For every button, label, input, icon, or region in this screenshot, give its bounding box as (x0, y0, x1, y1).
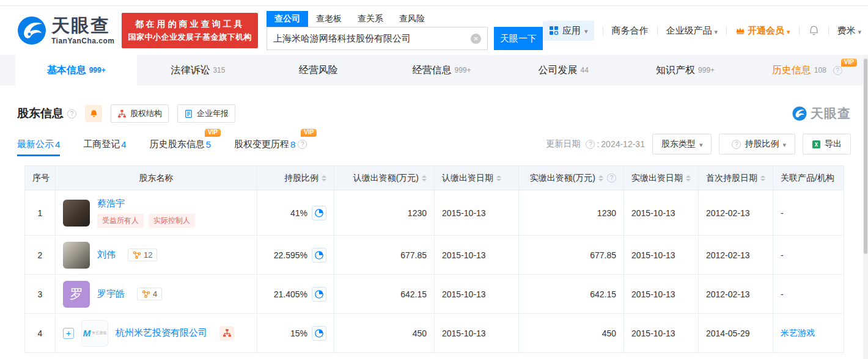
clear-icon[interactable] (471, 34, 481, 44)
subtab-historical-shareholders[interactable]: VIP 历史股东信息 5 (150, 134, 211, 155)
network-icon (133, 251, 141, 259)
col-first-holding-date[interactable]: 首次持股日期 (699, 166, 773, 190)
divider (657, 26, 658, 35)
subscribe-bell-button[interactable] (85, 105, 102, 122)
annual-report-button[interactable]: 企业年报 (177, 104, 235, 123)
pie-chart-icon[interactable] (312, 326, 326, 341)
shareholder-name-link[interactable]: 罗宇皓 (97, 288, 125, 300)
pie-chart-icon[interactable] (312, 206, 326, 220)
shareholder-name-link[interactable]: 刘伟 (97, 249, 116, 261)
subtab-business-registration[interactable]: 工商登记 4 (83, 134, 126, 155)
enterprise-label: 企业级产品 (666, 25, 712, 37)
subscribed-amount: 642.15 (334, 275, 435, 314)
help-icon[interactable] (607, 173, 616, 183)
excel-icon (812, 140, 821, 149)
equity-structure-button[interactable]: 股权结构 (111, 104, 169, 123)
notification-bell-icon[interactable] (808, 25, 820, 37)
shareholder-name-link[interactable]: 蔡浩宇 (97, 198, 125, 208)
vip-badge: VIP (301, 129, 317, 137)
tab-legal-litigation[interactable]: 法律诉讼 315 (137, 55, 259, 85)
search-tab-risk[interactable]: 查风险 (391, 11, 433, 27)
search-tab-boss[interactable]: 查老板 (308, 11, 350, 27)
help-icon[interactable] (67, 109, 76, 118)
sort-icon[interactable] (686, 175, 691, 181)
search-button[interactable]: 天眼一下 (494, 27, 543, 50)
shareholder-type-filter[interactable]: 股东类型 (652, 134, 712, 154)
shareholder-photo[interactable] (63, 200, 90, 227)
related-product: - (773, 236, 844, 275)
col-subscribed-date[interactable]: 认缴出资日期 (435, 166, 519, 190)
pie-chart-icon[interactable] (312, 248, 326, 263)
tab-label: 经营信息 (412, 64, 451, 77)
sort-icon[interactable] (422, 175, 427, 181)
colon: : (597, 139, 599, 149)
top-nav: 应用 商务合作 企业级产品 开通会员 费米 (543, 21, 861, 41)
shareholder-name-link[interactable]: 杭州米艺投资有限公司 (116, 327, 207, 339)
paid-amount: 1230 (519, 190, 624, 236)
vip-label: 开通会员 (748, 25, 784, 37)
col-paid-amount[interactable]: 实缴出资额(万元) (519, 166, 624, 190)
beneficial-owner-tag[interactable]: 受益所有人 (97, 214, 144, 228)
search-input[interactable] (273, 34, 471, 44)
tab-intellectual-property[interactable]: 知识产权 999+ (624, 55, 746, 85)
col-subscribed-amount[interactable]: 认缴出资额(万元) (334, 166, 435, 190)
first-holding-date: 2012-02-13 (699, 236, 773, 275)
shareholder-avatar[interactable]: 罗 (63, 281, 90, 308)
ratio-value: 21.405% (274, 289, 307, 299)
help-icon[interactable] (833, 66, 842, 75)
nav-business-cooperation[interactable]: 商务合作 (612, 25, 649, 37)
ratio-value: 22.595% (274, 250, 307, 260)
apps-button[interactable]: 应用 (543, 21, 594, 41)
shareholder-type-label: 股东类型 (661, 139, 696, 150)
tab-operation-risk[interactable]: 经营风险 (259, 55, 381, 85)
col-ratio[interactable]: 持股比例 (257, 166, 334, 190)
sort-icon[interactable] (322, 175, 326, 181)
shareholder-photo[interactable] (63, 242, 90, 269)
chevron-down-icon (715, 26, 718, 36)
page-scrollbar[interactable] (863, 55, 868, 359)
subscribed-amount: 450 (334, 314, 435, 353)
actual-controller-tag[interactable]: 实际控制人 (149, 214, 195, 228)
subtab-latest-announcement[interactable]: 最新公示 4 (17, 134, 60, 155)
nav-open-vip[interactable]: 开通会员 (735, 25, 790, 37)
tab-count: 44 (581, 66, 589, 74)
scrollbar-thumb[interactable] (864, 59, 867, 254)
equity-structure-icon[interactable] (219, 326, 234, 341)
shareholder-section-header: 股东信息 股权结构 企业年报 天眼查 (0, 104, 868, 123)
tab-company-development[interactable]: 公司发展 44 (502, 55, 624, 85)
watermark-text: 天眼查 (811, 105, 851, 122)
chevron-down-icon (782, 139, 786, 149)
table-row: 1 蔡浩宇 受益所有人 实际控制人 41% 1230 (25, 190, 844, 236)
promo-line1: 都在用的商业查询工具 (128, 18, 252, 31)
related-product-link[interactable]: 米艺游戏 (781, 328, 815, 338)
user-menu[interactable]: 费米 (837, 25, 862, 37)
tianyancha-logo[interactable]: 天眼查 TianYanCha.com (17, 16, 114, 45)
company-logo[interactable]: M 米艺游戏 (81, 320, 108, 347)
tab-basic-info[interactable]: 基本信息 999+ (15, 55, 137, 85)
help-icon[interactable] (586, 140, 595, 149)
search-tab-relation[interactable]: 查关系 (350, 11, 391, 27)
sort-icon[interactable] (760, 175, 765, 181)
expand-row-button[interactable] (63, 328, 74, 339)
col-paid-date[interactable]: 实缴出资日期 (624, 166, 699, 190)
ratio-filter[interactable]: 持股比例 (719, 134, 795, 154)
nav-enterprise-products[interactable]: 企业级产品 (666, 25, 718, 37)
company-logo-letter: M (83, 328, 91, 338)
document-icon (184, 109, 193, 118)
help-icon[interactable] (298, 140, 307, 149)
search-tab-company[interactable]: 查公司 (267, 11, 308, 27)
tab-operation-info[interactable]: 经营信息 999+ (381, 55, 502, 85)
tab-label: 法律诉讼 (171, 64, 210, 77)
export-button[interactable]: 导出 (803, 134, 851, 154)
row-seq: 3 (25, 275, 56, 314)
related-companies-badge[interactable]: 12 (128, 248, 157, 261)
sort-icon[interactable] (598, 175, 603, 181)
pie-chart-icon[interactable] (312, 287, 326, 302)
logo-title: 天眼查 (51, 16, 114, 35)
table-row: 4 M 米艺游戏 杭州米艺投资有限公司 15% (25, 314, 844, 353)
logo-domain: TianYanCha.com (51, 37, 114, 45)
related-companies-badge[interactable]: 4 (137, 288, 162, 300)
tab-history-info[interactable]: VIP 历史信息 108 (746, 55, 868, 85)
subtab-equity-change-history[interactable]: VIP 股权变更历程 8 (234, 134, 307, 155)
sort-icon[interactable] (496, 175, 501, 181)
